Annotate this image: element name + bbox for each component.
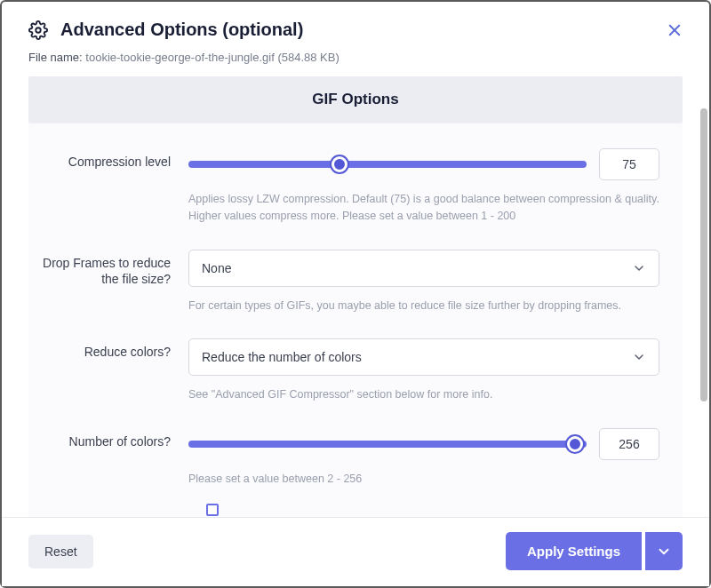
modal-footer: Reset Apply Settings: [2, 517, 709, 586]
svg-point-0: [36, 28, 41, 33]
file-name-value: tookie-tookie-george-of-the-jungle.gif (…: [85, 51, 339, 64]
file-name-line: File name: tookie-tookie-george-of-the-j…: [2, 51, 709, 76]
num-colors-label: Number of colors?: [37, 428, 188, 450]
compression-label: Compression level: [37, 148, 188, 171]
section-title: GIF Options: [28, 76, 683, 123]
num-colors-slider[interactable]: [188, 441, 587, 448]
reset-button[interactable]: Reset: [28, 535, 93, 568]
reduce-colors-row: Reduce colors? Reduce the number of colo…: [37, 338, 659, 403]
checkbox-icon[interactable]: [206, 504, 219, 516]
content-area: GIF Options Compression level 75 Applies…: [2, 76, 709, 517]
compression-row: Compression level 75 Applies lossy LZW c…: [37, 148, 659, 225]
reduce-colors-select[interactable]: Reduce the number of colors: [188, 338, 659, 376]
apply-settings-menu-button[interactable]: [645, 532, 683, 570]
compression-value-input[interactable]: 75: [599, 148, 659, 180]
compression-helper: Applies lossy LZW compression. Default (…: [188, 191, 659, 225]
drop-frames-value: None: [202, 261, 231, 275]
modal-title: Advanced Options (optional): [60, 20, 654, 40]
modal-header: Advanced Options (optional): [2, 2, 709, 51]
cutoff-row: [37, 504, 659, 516]
reduce-colors-helper: See "Advanced GIF Compressor" section be…: [188, 386, 659, 403]
apply-button-group: Apply Settings: [506, 532, 683, 570]
num-colors-value-input[interactable]: 256: [599, 428, 659, 460]
num-colors-helper: Please set a value between 2 - 256: [188, 471, 659, 488]
reduce-colors-value: Reduce the number of colors: [202, 350, 362, 364]
chevron-down-icon: [632, 350, 646, 364]
drop-frames-label: Drop Frames to reduce the file size?: [37, 250, 188, 289]
drop-frames-row: Drop Frames to reduce the file size? Non…: [37, 250, 659, 314]
apply-settings-button[interactable]: Apply Settings: [506, 532, 642, 570]
reduce-colors-label: Reduce colors?: [37, 338, 188, 361]
advanced-options-modal: Advanced Options (optional) File name: t…: [0, 0, 711, 588]
options-body: Compression level 75 Applies lossy LZW c…: [28, 123, 683, 517]
drop-frames-helper: For certain types of GIFs, you maybe abl…: [188, 298, 659, 314]
gear-icon: [28, 20, 48, 40]
drop-frames-select[interactable]: None: [188, 250, 659, 287]
chevron-down-icon: [632, 261, 646, 275]
num-colors-row: Number of colors? 256 Please set a value…: [37, 428, 659, 488]
compression-slider-thumb[interactable]: [332, 156, 348, 172]
file-name-label: File name:: [28, 51, 83, 64]
scrollbar[interactable]: [700, 108, 707, 401]
close-icon[interactable]: [667, 22, 683, 38]
compression-slider[interactable]: [188, 161, 587, 168]
num-colors-slider-thumb[interactable]: [567, 436, 583, 452]
